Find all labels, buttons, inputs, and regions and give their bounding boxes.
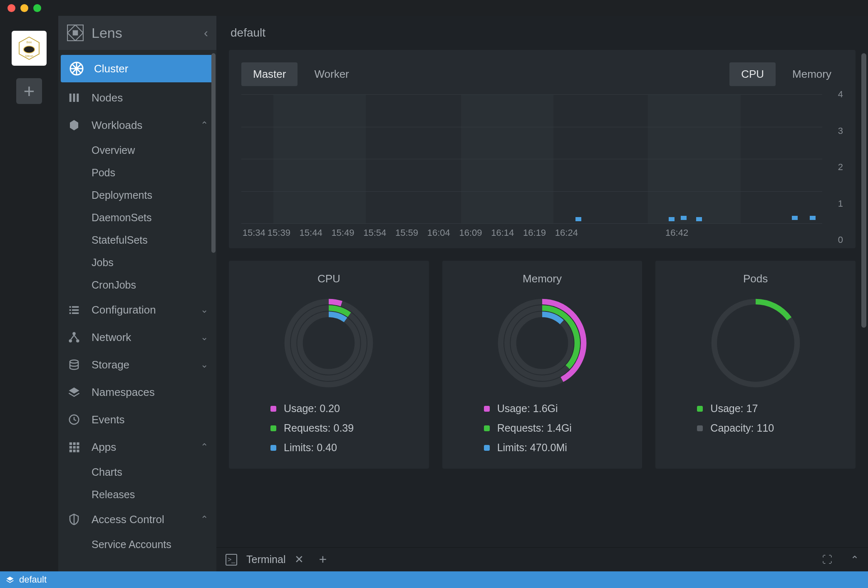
svg-text:Bee: Bee	[27, 40, 32, 44]
sidebar-collapse-button[interactable]: ‹	[204, 26, 208, 40]
terminal-icon: >_	[226, 554, 237, 566]
content-area: default Master Worker CPU Memory	[216, 16, 868, 571]
cpu-gauge-svg	[281, 295, 377, 391]
chevron-up-icon[interactable]: ⌃	[851, 554, 859, 566]
sidebar-sub-jobs[interactable]: Jobs	[58, 251, 216, 274]
lens-logo-icon	[67, 24, 84, 42]
sidebar-item-label: Namespaces	[92, 386, 155, 399]
pods-gauge-svg	[708, 295, 804, 391]
nav-list: Cluster Nodes Workloads ⌃ Overview Pods …	[58, 50, 216, 571]
gauge-cpu: CPU Usage: 0.20 Requests: 0.39	[229, 261, 429, 469]
network-icon	[67, 330, 82, 345]
gauge-title: Pods	[743, 272, 768, 285]
svg-point-46	[513, 314, 571, 372]
gauge-legend: Usage: 1.6Gi Requests: 1.4Gi Limits: 470…	[455, 403, 630, 454]
gauge-pods: Pods Usage: 17 Capacity: 110	[655, 261, 856, 469]
sidebar: Lens ‹ Cluster Nodes Workloads ⌃ Overvie…	[58, 16, 216, 571]
memory-gauge-svg	[494, 295, 590, 391]
legend-limits: Limits: 0.40	[270, 442, 417, 454]
helm-wheel-icon	[69, 61, 84, 76]
chart-header: Master Worker CPU Memory	[241, 62, 843, 86]
window-maximize-button[interactable]	[33, 4, 41, 12]
legend-capacity: Capacity: 110	[697, 422, 843, 434]
svg-text:Silicon: Silicon	[25, 54, 33, 57]
sidebar-item-label: Cluster	[94, 62, 128, 75]
svg-rect-29	[69, 442, 72, 445]
sidebar-sub-releases[interactable]: Releases	[58, 483, 216, 506]
y-tick: 4	[838, 89, 843, 100]
layers-icon	[67, 385, 82, 400]
svg-point-40	[300, 314, 357, 372]
window-minimize-button[interactable]	[20, 4, 28, 12]
sidebar-item-cluster[interactable]: Cluster	[61, 55, 214, 82]
active-cluster-icon[interactable]: BeeSilicon	[12, 31, 47, 66]
sidebar-item-namespaces[interactable]: Namespaces	[58, 378, 216, 406]
sidebar-sub-service-accounts[interactable]: Service Accounts	[58, 533, 216, 556]
terminal-tab[interactable]: Terminal	[246, 553, 285, 566]
svg-marker-27	[69, 388, 79, 394]
shield-icon	[67, 512, 82, 527]
dashboard: Master Worker CPU Memory	[216, 50, 868, 547]
svg-rect-21	[69, 312, 71, 314]
sidebar-item-configuration[interactable]: Configuration ⌄	[58, 296, 216, 324]
svg-rect-17	[69, 306, 71, 308]
svg-marker-52	[7, 577, 14, 581]
sidebar-item-storage[interactable]: Storage ⌄	[58, 351, 216, 378]
sidebar-item-label: Storage	[92, 358, 129, 371]
fullscreen-icon[interactable]: ⛶	[822, 554, 832, 566]
gauge-legend: Usage: 0.20 Requests: 0.39 Limits: 0.40	[241, 403, 417, 454]
terminal-bar: >_ Terminal ✕ + ⛶ ⌃	[216, 547, 868, 571]
window-close-button[interactable]	[7, 4, 15, 12]
y-tick: 0	[838, 235, 843, 245]
svg-rect-35	[69, 450, 72, 452]
chevron-down-icon: ⌄	[201, 359, 208, 370]
svg-point-25	[76, 339, 79, 343]
sidebar-item-nodes[interactable]: Nodes	[58, 84, 216, 111]
y-tick: 1	[838, 198, 843, 209]
y-tick: 2	[838, 162, 843, 173]
sidebar-sub-pods[interactable]: Pods	[58, 161, 216, 184]
y-tick: 3	[838, 126, 843, 136]
svg-marker-16	[70, 120, 78, 131]
legend-requests: Requests: 1.4Gi	[484, 422, 630, 434]
svg-rect-18	[72, 306, 79, 308]
svg-rect-32	[69, 446, 72, 449]
gauge-title: Memory	[523, 272, 562, 285]
chevron-down-icon: ⌄	[201, 332, 208, 343]
sidebar-sub-overview[interactable]: Overview	[58, 139, 216, 161]
sidebar-item-access-control[interactable]: Access Control ⌃	[58, 506, 216, 533]
tab-memory[interactable]: Memory	[781, 62, 843, 86]
sidebar-item-label: Configuration	[92, 304, 156, 316]
sidebar-item-network[interactable]: Network ⌄	[58, 324, 216, 351]
terminal-close-button[interactable]: ✕	[295, 553, 304, 566]
legend-usage: Usage: 17	[697, 403, 843, 415]
sidebar-item-apps[interactable]: Apps ⌃	[58, 433, 216, 461]
gauge-title: CPU	[317, 272, 340, 285]
breadcrumb: default	[216, 16, 868, 50]
status-bar[interactable]: default	[0, 571, 868, 588]
sidebar-item-label: Workloads	[92, 119, 142, 132]
sidebar-sub-daemonsets[interactable]: DaemonSets	[58, 206, 216, 229]
svg-point-23	[72, 332, 76, 336]
legend-limits: Limits: 470.0Mi	[484, 442, 630, 454]
svg-rect-22	[72, 312, 79, 314]
metric-tabs: CPU Memory	[729, 62, 843, 86]
layers-icon	[6, 576, 14, 584]
content-scrollbar[interactable]	[861, 53, 866, 328]
tab-worker[interactable]: Worker	[303, 62, 360, 86]
sidebar-sub-statefulsets[interactable]: StatefulSets	[58, 229, 216, 251]
sidebar-sub-deployments[interactable]: Deployments	[58, 184, 216, 206]
sidebar-sub-charts[interactable]: Charts	[58, 461, 216, 483]
add-cluster-button[interactable]: +	[16, 78, 42, 104]
terminal-add-button[interactable]: +	[319, 552, 327, 567]
sidebar-header: Lens ‹	[58, 16, 216, 50]
sidebar-item-label: Network	[92, 331, 131, 344]
tab-master[interactable]: Master	[241, 62, 298, 86]
tab-cpu[interactable]: CPU	[729, 62, 776, 86]
svg-point-26	[70, 360, 78, 363]
sidebar-item-workloads[interactable]: Workloads ⌃	[58, 111, 216, 139]
sidebar-sub-cronjobs[interactable]: CronJobs	[58, 274, 216, 296]
sidebar-scrollbar[interactable]	[211, 53, 216, 253]
sidebar-item-label: Apps	[92, 441, 116, 454]
sidebar-item-events[interactable]: Events	[58, 406, 216, 433]
